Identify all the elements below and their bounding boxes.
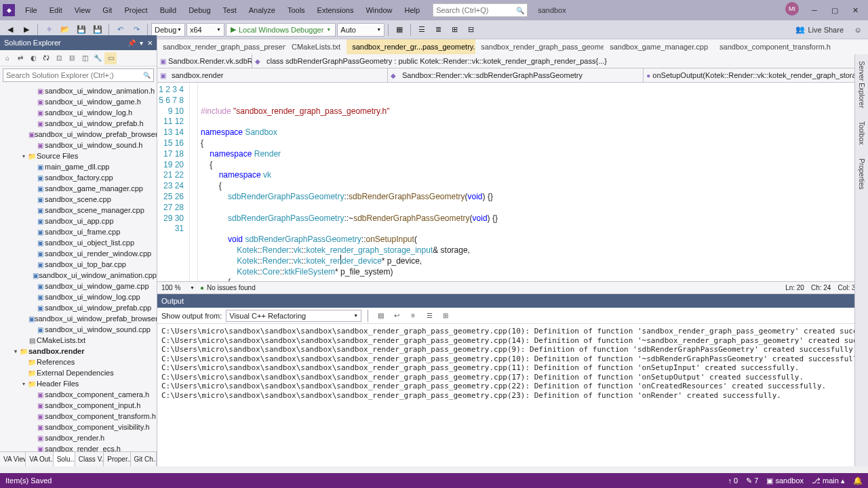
pending-icon[interactable]: ◐ <box>27 52 39 64</box>
tree-node[interactable]: ▾📁sandbox.render <box>0 346 157 357</box>
tree-node[interactable]: ▣sandbox_ui_window_log.h <box>0 107 157 118</box>
user-avatar[interactable]: MI <box>785 2 799 16</box>
tree-node[interactable]: ▣sandbox_ui_window_game.h <box>0 96 157 107</box>
dropdown-icon[interactable]: ▾ <box>140 39 143 47</box>
issues-indicator[interactable]: ●No issues found <box>200 284 256 291</box>
close-panel-icon[interactable]: ✕ <box>147 39 153 47</box>
nav-scope-dropdown[interactable]: ◆class sdbRenderGraphPassGeometry : publ… <box>252 54 868 68</box>
tree-node[interactable]: 📁References <box>0 357 157 367</box>
tb-icon[interactable]: ⊞ <box>447 22 462 37</box>
start-debug-button[interactable]: ▶Local Windows Debugger▼ <box>226 23 336 37</box>
menu-analyze[interactable]: Analyze <box>243 2 281 18</box>
nav2-right[interactable]: ●onSetupOutput(Kotek::Render::vk::kotek_… <box>644 68 868 82</box>
output-text[interactable]: C:\Users\micro\sandbox\sandbox\sandbox\s… <box>157 324 868 466</box>
output-wrap-icon[interactable]: ↩ <box>391 310 403 322</box>
output-clear-icon[interactable]: ▤ <box>374 310 387 322</box>
sidebar-tab[interactable]: Git Ch... <box>131 452 157 466</box>
filter-icon[interactable]: ⊡ <box>53 52 65 64</box>
tree-node[interactable]: ▣sandbox_component_input.h <box>0 400 157 411</box>
startup-dropdown[interactable]: Auto▼ <box>337 23 384 37</box>
editor-tab[interactable]: sandbox_game_manager.cpp <box>604 39 714 54</box>
zoom-level[interactable]: 100 % <box>161 284 190 291</box>
editor-tab[interactable]: sandbox_render_gr...pass_geometry.cpp✕ <box>347 39 475 54</box>
menu-window[interactable]: Window <box>359 2 398 18</box>
home-icon[interactable]: ⌂ <box>1 52 14 64</box>
sidebar-tab[interactable]: Solu... <box>54 452 75 466</box>
fold-margin[interactable] <box>190 83 198 281</box>
tree-node[interactable]: ▣sandbox_ui_object_list.cpp <box>0 237 157 248</box>
errors-indicator[interactable]: ↑ 0 <box>728 476 738 485</box>
live-share-button[interactable]: 👥 Live Share <box>795 25 849 34</box>
menu-tools[interactable]: Tools <box>281 2 311 18</box>
nav-project-dropdown[interactable]: ▣Sandbox.Render.vk.sdbRen <box>157 54 252 68</box>
editor-tab[interactable]: CMakeLists.txt <box>286 39 347 54</box>
sidebar-tab[interactable]: Proper... <box>104 452 130 466</box>
tree-node[interactable]: ▣sandbox_factory.cpp <box>0 172 157 183</box>
code-text[interactable]: #include "sandbox_render_graph_pass_geom… <box>198 83 868 281</box>
output-source-dropdown[interactable]: Visual C++ Refactoring▼ <box>226 310 361 322</box>
preview-icon[interactable]: ▭ <box>104 52 117 64</box>
menu-test[interactable]: Test <box>217 2 243 18</box>
platform-dropdown[interactable]: x64▼ <box>186 23 224 37</box>
tree-node[interactable]: ▣sandbox_ui_window_animation.h <box>0 85 157 96</box>
notifications-icon[interactable]: 🔔 <box>853 476 863 485</box>
tree-node[interactable]: ▣sandbox_component_camera.h <box>0 389 157 400</box>
collapse-icon[interactable]: ⊟ <box>66 52 78 64</box>
tree-node[interactable]: ▣sandbox_ui_window_prefab.h <box>0 118 157 129</box>
menu-help[interactable]: Help <box>399 2 427 18</box>
tree-node[interactable]: ▣sandbox_ui_window_sound.cpp <box>0 324 157 335</box>
tree-node[interactable]: ▣sandbox_ui_window_sound.h <box>0 140 157 150</box>
tree-node[interactable]: ▣sandbox_ui_window_game.cpp <box>0 281 157 291</box>
properties-icon[interactable]: 🔧 <box>92 52 104 64</box>
sidebar-tab[interactable]: VA View <box>0 452 26 466</box>
tree-node[interactable]: ▤CMakeLists.txt <box>0 335 157 346</box>
maximize-button[interactable]: ▢ <box>825 2 845 18</box>
tree-node[interactable]: ▣sandbox_game_manager.cpp <box>0 183 157 194</box>
code-editor[interactable]: 1 2 3 4 5 6 7 8 9 10 11 12 13 14 15 16 1… <box>157 83 868 281</box>
repo-indicator[interactable]: ▣ sandbox <box>766 476 804 485</box>
menu-git[interactable]: Git <box>96 2 118 18</box>
warnings-indicator[interactable]: ✎ 7 <box>746 476 758 485</box>
tree-node[interactable]: ▣sandbox_ui_window_animation.cpp <box>0 270 157 281</box>
feedback-button[interactable]: ☺ <box>850 22 865 37</box>
tree-node[interactable]: ▾📁Header Files <box>0 378 157 389</box>
show-all-icon[interactable]: ◫ <box>79 52 91 64</box>
tree-node[interactable]: ▣sandbox_ui_window_prefab.cpp <box>0 302 157 313</box>
output-nav-icon[interactable]: ⊞ <box>439 310 452 322</box>
sidebar-tab[interactable]: Class V... <box>75 452 104 466</box>
tree-node[interactable]: ▣sandbox_component_visibility.h <box>0 422 157 432</box>
minimize-button[interactable]: ─ <box>804 2 825 18</box>
sync-icon[interactable]: 🗘 <box>40 52 52 64</box>
tb-icon[interactable]: ⊟ <box>463 22 478 37</box>
tree-node[interactable]: ▣sandbox_ui_window_prefab_browser.h <box>0 129 157 140</box>
solution-search-input[interactable] <box>6 71 143 79</box>
nav2-mid[interactable]: ◆Sandbox::Render::vk::sdbRenderGraphPass… <box>388 68 644 82</box>
nav2-left[interactable]: ▣sandbox.render <box>157 68 388 82</box>
tree-node[interactable]: ▣sandbox_ui_frame.cpp <box>0 226 157 237</box>
tree-node[interactable]: ▣sandbox_ui_window_log.cpp <box>0 291 157 302</box>
output-lock-icon[interactable]: ≡ <box>407 310 419 322</box>
tree-node[interactable]: ▣sandbox_scene.cpp <box>0 194 157 205</box>
tree-node[interactable]: ▣main_game_dll.cpp <box>0 161 157 172</box>
pin-icon[interactable]: 📌 <box>127 39 136 47</box>
editor-tab[interactable]: sandbox_render_graph_pass_present.h <box>157 39 286 54</box>
menu-extensions[interactable]: Extensions <box>311 2 360 18</box>
tree-node[interactable]: 📁External Dependencies <box>0 367 157 378</box>
tree-node[interactable]: ▾📁Source Files <box>0 150 157 161</box>
tb-icon[interactable]: ≣ <box>431 22 446 37</box>
menu-file[interactable]: File <box>19 2 43 18</box>
menu-project[interactable]: Project <box>118 2 153 18</box>
branch-indicator[interactable]: ⎇ main ▴ <box>812 476 845 485</box>
config-dropdown[interactable]: Debug▼ <box>151 23 185 37</box>
quick-search[interactable]: 🔍 <box>433 3 528 17</box>
tree-node[interactable]: ▣sandbox_scene_manager.cpp <box>0 205 157 216</box>
menu-view[interactable]: View <box>68 2 97 18</box>
switch-views-icon[interactable]: ⇄ <box>14 52 26 64</box>
tb-icon[interactable]: ☰ <box>414 22 429 37</box>
tree-node[interactable]: ▣sandbox_ui_window_prefab_browser.cpp <box>0 313 157 324</box>
tree-node[interactable]: ▣sandbox_ui_render_window.cpp <box>0 248 157 259</box>
editor-tab[interactable]: sandbox_component_transform.h <box>714 39 837 54</box>
output-find-icon[interactable]: ☰ <box>423 310 435 322</box>
search-input[interactable] <box>436 6 516 14</box>
menu-debug[interactable]: Debug <box>182 2 216 18</box>
